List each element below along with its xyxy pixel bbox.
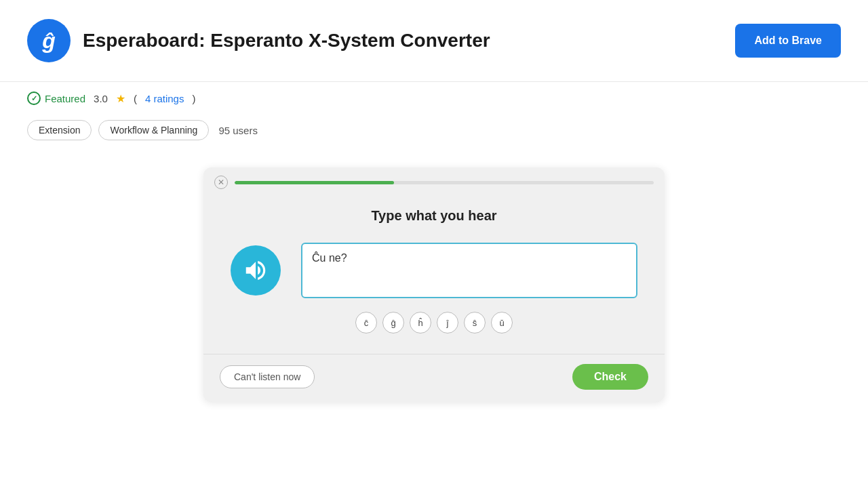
progress-bar-fill bbox=[235, 181, 394, 184]
featured-label: Featured bbox=[45, 93, 85, 104]
featured-badge: ✓ Featured bbox=[27, 92, 85, 105]
char-button-j-hat[interactable]: ĵ bbox=[437, 312, 458, 333]
star-icon: ★ bbox=[116, 92, 125, 105]
ratings-link[interactable]: 4 ratings bbox=[145, 93, 184, 104]
speaker-button[interactable] bbox=[231, 245, 281, 296]
rating-value: 3.0 bbox=[94, 93, 108, 104]
modal-card: ✕ Type what you hear Ĉu ne? ĉ ĝ ĥ bbox=[203, 167, 665, 402]
char-button-c-hat[interactable]: ĉ bbox=[355, 312, 377, 333]
app-logo: ĝ bbox=[27, 19, 71, 62]
modal-top-bar: ✕ bbox=[203, 167, 665, 195]
char-button-s-hat[interactable]: ŝ bbox=[464, 312, 486, 333]
answer-input[interactable]: Ĉu ne? bbox=[301, 243, 637, 298]
char-button-g-hat[interactable]: ĝ bbox=[382, 312, 404, 333]
page-title: Esperaboard: Esperanto X-System Converte… bbox=[83, 30, 735, 52]
users-count: 95 users bbox=[218, 125, 258, 136]
page-header: ĝ Esperaboard: Esperanto X-System Conver… bbox=[0, 0, 868, 82]
check-button[interactable]: Check bbox=[572, 364, 648, 390]
main-content: ✕ Type what you hear Ĉu ne? ĉ ĝ ĥ bbox=[0, 154, 868, 429]
modal-footer: Can't listen now Check bbox=[203, 354, 665, 402]
tag-workflow-planning[interactable]: Workflow & Planning bbox=[98, 120, 209, 140]
modal-body: Type what you hear Ĉu ne? ĉ ĝ ĥ ĵ ŝ ŭ bbox=[203, 195, 665, 354]
char-button-h-hat[interactable]: ĥ bbox=[410, 312, 431, 333]
ratings-paren-open: ( bbox=[134, 93, 137, 104]
special-chars-row: ĉ ĝ ĥ ĵ ŝ ŭ bbox=[231, 312, 637, 333]
close-button[interactable]: ✕ bbox=[214, 176, 228, 189]
meta-row: ✓ Featured 3.0 ★ ( 4 ratings ) bbox=[0, 82, 868, 115]
char-button-u-breve[interactable]: ŭ bbox=[491, 312, 513, 333]
cant-listen-button[interactable]: Can't listen now bbox=[220, 365, 315, 388]
featured-icon: ✓ bbox=[27, 92, 41, 105]
listen-title: Type what you hear bbox=[231, 208, 637, 224]
tag-extension[interactable]: Extension bbox=[27, 120, 92, 140]
add-to-brave-button[interactable]: Add to Brave bbox=[735, 24, 841, 58]
progress-bar-background bbox=[235, 181, 654, 184]
speaker-icon bbox=[243, 258, 269, 283]
ratings-paren-close: ) bbox=[192, 93, 195, 104]
logo-letter: ĝ bbox=[42, 30, 56, 52]
tags-row: Extension Workflow & Planning 95 users bbox=[0, 115, 868, 154]
listen-row: Ĉu ne? bbox=[231, 243, 637, 298]
